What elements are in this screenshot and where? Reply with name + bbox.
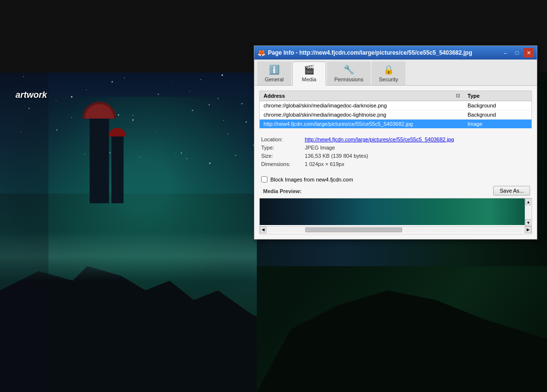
expand-button[interactable]: ⊡ <box>456 93 460 98</box>
tab-permissions-label: Permissions <box>334 76 363 82</box>
general-icon: ℹ️ <box>268 64 280 75</box>
artwork-label: artwork <box>16 90 47 100</box>
scroll-up-button[interactable]: ▲ <box>525 198 532 205</box>
page-info-dialog: 🦊 Page Info - http://new4.fjcdn.com/larg… <box>254 45 537 240</box>
scroll-right-button[interactable]: ▶ <box>525 226 531 233</box>
scroll-left-button[interactable]: ◀ <box>260 226 266 233</box>
table-cell-type: Background <box>464 110 532 120</box>
preview-scrollbar-horizontal[interactable]: ◀ ▶ <box>260 226 531 233</box>
tab-media[interactable]: 🎬 Media <box>292 61 326 86</box>
scroll-down-button[interactable]: ▼ <box>525 219 532 226</box>
dialog-title: Page Info - http://new4.fjcdn.com/large/… <box>268 49 472 56</box>
title-bar: 🦊 Page Info - http://new4.fjcdn.com/larg… <box>254 46 537 60</box>
tab-media-label: Media <box>302 76 316 82</box>
save-as-button[interactable]: Save As... <box>493 186 530 196</box>
table-row[interactable]: chrome://global/skin/media/imagedoc-ligh… <box>260 110 532 120</box>
preview-scrollbar-vertical[interactable]: ▲ ▼ <box>525 198 531 226</box>
table-row[interactable]: chrome://global/skin/media/imagedoc-dark… <box>260 101 532 110</box>
firefox-icon: 🦊 <box>257 49 265 57</box>
size-row: Size: 136,53 KB (139 804 bytes) <box>261 153 530 159</box>
location-link[interactable]: http://new4.fjcdn.com/large/pictures/ce/… <box>305 136 454 142</box>
block-images-checkbox[interactable] <box>261 176 267 182</box>
table-row[interactable]: http://new4.fjcdn.com/large/pictures/ce/… <box>260 120 532 129</box>
minimize-button[interactable]: – <box>500 48 511 58</box>
location-row: Location: http://new4.fjcdn.com/large/pi… <box>261 136 530 142</box>
scroll-track <box>266 227 525 233</box>
block-images-label[interactable]: Block Images from new4.fjcdn.com <box>270 177 353 182</box>
close-button[interactable]: ✕ <box>523 48 534 58</box>
table-cell-type: Background <box>464 101 532 110</box>
title-bar-left: 🦊 Page Info - http://new4.fjcdn.com/larg… <box>257 49 472 57</box>
permissions-icon: 🔧 <box>343 64 355 75</box>
dimensions-value: 1 024px × 619px <box>305 161 344 167</box>
table-cell-address: http://new4.fjcdn.com/large/pictures/ce/… <box>260 120 464 129</box>
type-header: Type <box>464 91 532 101</box>
window-controls: – □ ✕ <box>500 48 534 58</box>
block-images-row: Block Images from new4.fjcdn.com <box>261 176 530 182</box>
table-cell-address: chrome://global/skin/media/imagedoc-dark… <box>260 101 464 110</box>
type-label: Type: <box>261 145 305 151</box>
tab-permissions[interactable]: 🔧 Permissions <box>327 61 371 85</box>
preview-label: Media Preview: <box>263 188 301 194</box>
content-area: Address ⊡ Type chrome://global/skin/medi… <box>254 86 537 239</box>
location-value: http://new4.fjcdn.com/large/pictures/ce/… <box>305 136 454 142</box>
tab-general[interactable]: ℹ️ General <box>257 61 291 85</box>
location-label: Location: <box>261 136 305 142</box>
tab-security-label: Security <box>379 76 398 82</box>
size-label: Size: <box>261 153 305 159</box>
maximize-button[interactable]: □ <box>512 48 522 58</box>
table-cell-type: Image <box>464 120 532 129</box>
table-cell-address: chrome://global/skin/media/imagedoc-ligh… <box>260 110 464 120</box>
tab-security[interactable]: 🔒 Security <box>372 61 406 85</box>
media-table: Address ⊡ Type chrome://global/skin/medi… <box>259 90 532 129</box>
type-value: JPEG Image <box>305 145 335 151</box>
preview-svg <box>260 198 531 225</box>
type-row: Type: JPEG Image <box>261 145 530 151</box>
scroll-thumb[interactable] <box>305 227 402 232</box>
preview-container: artwork <box>259 198 532 234</box>
dimensions-row: Dimensions: 1 024px × 619px <box>261 161 530 167</box>
details-section: Location: http://new4.fjcdn.com/large/pi… <box>259 134 532 172</box>
security-icon: 🔒 <box>383 64 394 75</box>
size-value: 136,53 KB (139 804 bytes) <box>305 153 368 159</box>
tab-bar: ℹ️ General 🎬 Media 🔧 Permissions 🔒 Secur… <box>254 60 537 86</box>
preview-image: artwork <box>260 198 531 225</box>
tab-general-label: General <box>265 76 283 82</box>
media-icon: 🎬 <box>303 64 315 75</box>
address-header: Address ⊡ <box>260 91 464 101</box>
dimensions-label: Dimensions: <box>261 161 305 167</box>
svg-rect-0 <box>260 198 531 225</box>
